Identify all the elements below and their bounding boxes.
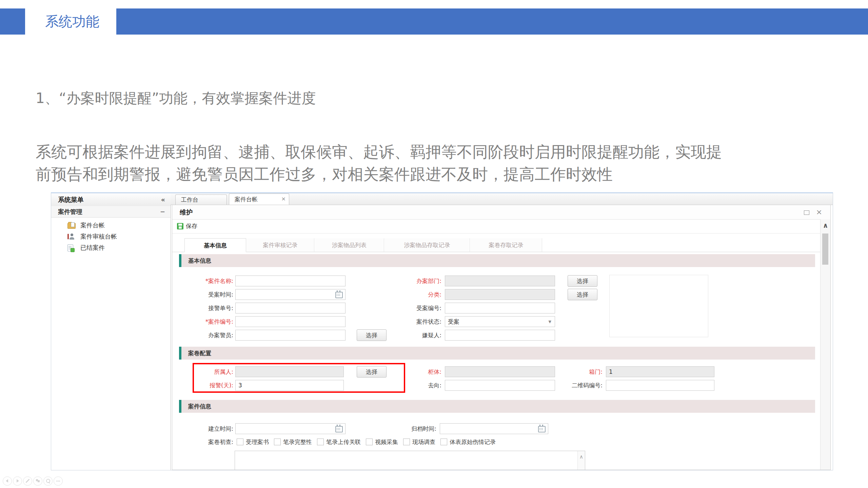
tab-case-ledger[interactable]: 案件台帐 × [229,194,289,205]
tab-workbench[interactable]: 工作台 [175,195,227,205]
maintain-panel: 维护 × 保存 ∧ 基本信息 案件审核 [172,205,831,470]
officer-input[interactable] [235,330,346,341]
calendar-icon[interactable] [538,426,546,432]
section-header-basic-info: 基本信息 [181,254,815,267]
closed-case-icon [67,244,73,251]
sidebar-item-case-audit-ledger[interactable]: 案件审核台帐 [51,231,171,242]
create-time-label: 建立时间: [179,423,233,434]
app-screenshot: 系统菜单 « 案件管理 − 案件台帐 案件审核台帐 已结案件 [51,192,833,470]
checkbox-icon[interactable] [403,439,410,445]
form-tab-involved-items[interactable]: 涉案物品列表 [315,238,384,252]
scroll-up-icon[interactable]: ∧ [821,220,830,231]
checkbox-label: 笔录完整性 [283,438,312,446]
alarm-no-input[interactable] [235,303,346,313]
case-notes-textarea[interactable]: ∧ [235,451,585,470]
panel-header: 维护 × [172,205,830,220]
close-tab-icon[interactable]: × [281,194,286,204]
checkbox-label: 现场调查 [412,438,435,446]
section-header-archive-config: 案卷配置 [181,347,815,360]
restore-window-icon[interactable] [804,210,809,215]
form-tab-basic-info[interactable]: 基本信息 [184,238,246,252]
officer-label: 办案警员: [179,330,233,341]
more-options-button[interactable] [54,476,63,486]
folder-icon [67,223,76,229]
checkbox-option[interactable]: 受理案书 [237,438,269,446]
checkbox-icon[interactable] [317,439,324,445]
sidebar-item-case-ledger[interactable]: 案件台帐 [51,220,171,230]
calendar-icon[interactable] [335,292,343,298]
owner-label: 所属人: [179,366,233,377]
form-tab-label: 涉案物品列表 [332,242,367,248]
form-tab-audit-records[interactable]: 案件审核记录 [246,238,314,252]
checkbox-option[interactable]: 视频采集 [366,438,398,446]
slide: 系统功能 1、“办案时限提醒”功能，有效掌握案件进度 系统可根据案件进展到拘留、… [0,0,868,488]
accept-time-label: 受案时间: [179,289,233,300]
box-door-label: 箱门: [538,366,603,377]
case-status-label: 案件状态: [376,316,441,327]
form-tab-file-access-records[interactable]: 案卷存取记录 [470,238,542,252]
form-tab-label: 涉案物品存取记录 [404,242,450,248]
accept-no-input[interactable] [445,303,555,313]
alert-days-input[interactable]: 3 [235,380,344,391]
box-door-input: 1 [606,366,714,377]
checkbox-option[interactable]: 体表原始伤情记录 [440,438,496,446]
chevron-down-icon[interactable]: ▼ [549,317,551,327]
sidebar-header: 系统菜单 « [51,193,171,206]
dept-select-button[interactable]: 选择 [568,275,597,287]
case-no-label: *案件编号: [179,316,233,327]
title-accent-square [0,8,25,35]
alarm-no-label: 接警单号: [179,303,233,313]
tab-strip: 工作台 案件台帐 × [171,193,833,205]
checkbox-icon[interactable] [440,439,447,445]
checkbox-icon[interactable] [237,439,243,445]
zoom-button[interactable] [43,476,53,486]
pen-tool-button[interactable] [23,476,32,486]
sidebar-item-label: 已结案件 [80,243,105,253]
sidebar-title: 系统菜单 [51,196,84,203]
tab-label: 工作台 [181,196,198,203]
sidebar: 系统菜单 « 案件管理 − 案件台帐 案件审核台帐 已结案件 [51,193,171,470]
collapse-group-icon[interactable]: − [160,206,165,217]
calendar-icon[interactable] [335,426,343,432]
case-status-dropdown[interactable]: 受案 ▼ [445,316,555,327]
category-select-button[interactable]: 选择 [568,289,597,300]
destination-label: 去向: [376,380,441,391]
next-slide-button[interactable] [13,476,22,486]
create-time-input[interactable] [235,423,346,434]
form-tab-bar: 基本信息 案件审核记录 涉案物品列表 涉案物品存取记录 案卷存取记录 [172,238,820,252]
scrollbar-thumb[interactable] [822,233,828,265]
panel-scrollbar[interactable]: ∧ [820,219,830,470]
dept-label: 办案部门: [376,276,441,286]
owner-input [235,366,344,377]
toolbar: 保存 [172,219,820,233]
checkbox-option[interactable]: 现场调查 [403,438,435,446]
save-button[interactable]: 保存 [177,222,197,231]
presenter-controls [3,476,63,486]
sidebar-group-case-management[interactable]: 案件管理 − [51,206,171,218]
qr-code-input[interactable] [606,380,714,391]
case-name-label: *案件名称: [179,276,233,286]
checkbox-option[interactable]: 笔录完整性 [274,438,312,446]
initial-check-label: 案卷初查: [179,436,233,447]
close-window-icon[interactable]: × [816,208,822,217]
suspect-input[interactable] [445,330,555,341]
dept-input [445,276,555,286]
previous-slide-button[interactable] [3,476,12,486]
category-input [445,289,555,300]
form-tab-item-access-records[interactable]: 涉案物品存取记录 [384,238,470,252]
slide-overview-button[interactable] [33,476,42,486]
checkbox-icon[interactable] [366,439,373,445]
textarea-scrollbar[interactable]: ∧ [577,451,585,470]
case-no-input[interactable] [235,316,346,327]
scroll-up-icon[interactable]: ∧ [579,454,583,460]
archive-time-input[interactable] [440,423,548,434]
panel-title: 维护 [180,205,193,219]
collapse-sidebar-icon[interactable]: « [161,193,165,206]
checkbox-option[interactable]: 笔录上传关联 [317,438,361,446]
accept-no-label: 受案编号: [376,303,441,313]
suspect-label: 嫌疑人: [376,330,441,341]
checkbox-icon[interactable] [274,439,281,445]
sidebar-item-closed-cases[interactable]: 已结案件 [51,243,171,253]
accept-time-input[interactable] [235,289,346,300]
case-name-input[interactable] [235,276,346,286]
